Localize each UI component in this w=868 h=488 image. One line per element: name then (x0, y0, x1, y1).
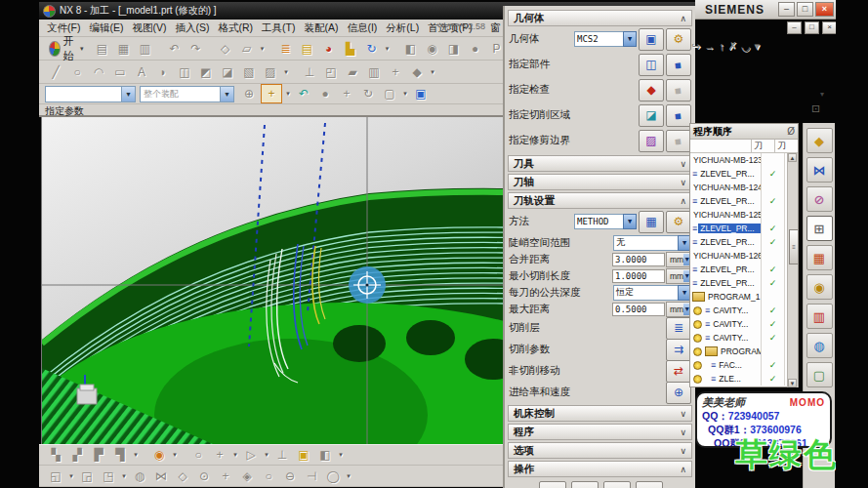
expand-icon[interactable]: ∨ (680, 427, 686, 437)
tree-row[interactable]: PROGRAM_1 (690, 290, 798, 304)
circle-icon[interactable]: ○ (67, 63, 87, 81)
dropdown-arrow-icon[interactable]: ▾ (282, 63, 290, 81)
sheet-icon[interactable]: ▤ (298, 40, 317, 58)
back-arrow-icon[interactable]: ↶ (294, 85, 313, 102)
toolbar-icon[interactable]: ○ (259, 468, 278, 485)
menu-item[interactable]: 编辑(E) (89, 21, 123, 35)
move-up-icon[interactable]: ↑ (719, 40, 724, 53)
shaded-view-icon[interactable]: ● (315, 85, 335, 102)
common-depth-combo[interactable]: 恒定 ▼ (613, 285, 691, 301)
menu-item[interactable]: 装配(A) (304, 21, 338, 35)
reorder-icon[interactable]: ↪ (691, 40, 700, 53)
replay-toolpath-button[interactable]: ↺ (571, 481, 599, 488)
open-icon[interactable]: ▦ (114, 40, 134, 58)
dropdown-arrow-icon[interactable]: ▾ (132, 446, 140, 464)
close-button[interactable]: × (815, 2, 834, 17)
mirror-curve-icon[interactable]: ◪ (218, 63, 237, 81)
arc-tool-icon[interactable]: ◡ (741, 40, 751, 53)
delete-icon[interactable]: ✗ (728, 40, 737, 53)
machining-lib-icon[interactable]: ▦ (806, 245, 833, 270)
rotate-view-icon[interactable]: ↻ (358, 85, 378, 102)
dropdown-arrow-icon[interactable]: ▾ (384, 40, 392, 58)
chevron-down-icon[interactable]: ▾ (820, 90, 824, 99)
dropdown-arrow-icon[interactable]: ▾ (284, 85, 292, 102)
reuse-library-icon[interactable]: ◉ (806, 274, 833, 300)
ring-icon[interactable]: ○ (188, 446, 208, 464)
feeds-speeds-button[interactable]: ⊕ (666, 382, 691, 404)
wcs-cube-icon[interactable]: ▣ (411, 85, 431, 102)
edit-curve-icon[interactable]: ▨ (261, 63, 280, 81)
pin-icon[interactable]: Ø (787, 126, 795, 137)
toolbar-icon[interactable]: ◳ (99, 468, 118, 485)
toolbar-icon[interactable]: ▜ (110, 446, 130, 464)
tree-row[interactable]: ≡ ZLEVEL_PR... ✓ (690, 194, 798, 208)
section-machine-control[interactable]: 机床控制 ∨ (508, 405, 692, 422)
offset-curve-icon[interactable]: ◫ (175, 63, 194, 81)
cut-parameters-button[interactable]: ⇉ (666, 339, 691, 361)
expand-icon[interactable]: ∨ (680, 446, 686, 456)
merge-distance-input[interactable]: 3.0000 (612, 253, 665, 266)
operation-navigator-icon[interactable]: ⊞ (806, 216, 833, 241)
face-icon[interactable]: ▰ (343, 63, 362, 81)
start-button[interactable]: 开始 ▾ (45, 39, 88, 59)
viewport-3d[interactable] (41, 117, 504, 444)
collapse-icon[interactable]: ∧ (680, 196, 686, 206)
toolbar-icon[interactable]: ▞ (67, 446, 87, 464)
minimize-button[interactable]: – (778, 2, 795, 17)
tree-row[interactable]: ≡ ZLEVEL_PR... ✓ (690, 263, 798, 276)
select-trim-button[interactable]: ▨ (639, 130, 664, 152)
select-check-button[interactable]: ◆ (639, 79, 664, 102)
undo-icon[interactable]: ↶ (165, 40, 185, 58)
collaboration-icon[interactable]: ⊘ (806, 186, 833, 212)
new-file-icon[interactable]: ▤ (93, 40, 112, 58)
tree-row[interactable]: ≡ ZLEVEL_PR... ✓ (690, 276, 798, 290)
text-icon[interactable]: A (132, 63, 151, 81)
selection-scope-combo[interactable]: ▼ (45, 86, 136, 102)
column-tool[interactable]: 刀 (774, 140, 798, 152)
rectangle-icon[interactable]: ▭ (110, 63, 130, 81)
generate-toolpath-button[interactable]: ↯ (539, 481, 566, 488)
web-browser-icon[interactable]: ◍ (806, 333, 833, 358)
tree-scrollbar[interactable]: ▲ ≡ ▼ (787, 153, 798, 387)
toolbar-icon[interactable]: + (216, 468, 235, 485)
dropdown-arrow-icon[interactable]: ▾ (231, 446, 239, 464)
confirm-toolpath-button[interactable]: ✓ (603, 481, 631, 488)
assembly-icon[interactable]: ≣ (276, 40, 296, 58)
move-right-icon[interactable]: → (704, 40, 715, 53)
menu-item[interactable]: 插入(S) (175, 21, 209, 35)
toolbar-icon[interactable]: ▛ (89, 446, 108, 464)
scroll-up-icon[interactable]: ▲ (788, 153, 797, 162)
edit-method-button[interactable]: ⚙ (666, 211, 691, 233)
dropdown-arrow-icon[interactable]: ▾ (337, 446, 345, 464)
tree-row[interactable]: YICHUAN-MB-125 (690, 208, 798, 222)
spline-icon[interactable]: ◗ (153, 63, 173, 81)
arc-icon[interactable]: ◠ (89, 63, 108, 81)
tree-row[interactable]: ≡ ZLEVEL_PR... ✓ (690, 167, 798, 181)
templates-icon[interactable]: ▥ (806, 304, 833, 329)
project-curve-icon[interactable]: ◩ (196, 63, 216, 81)
tree-row[interactable]: PROGRAM_2 (690, 345, 798, 358)
tree-row[interactable]: ≡ CAVITY... ✓ (690, 304, 798, 317)
toolbar-icon[interactable]: ◈ (237, 468, 257, 485)
marquee-select-icon[interactable]: ▢ (380, 85, 399, 102)
section-options[interactable]: 选项 ∨ (508, 442, 692, 459)
toolbar-icon[interactable]: ◇ (173, 468, 192, 485)
geometry-combo[interactable]: MCS2 ▼ (574, 31, 637, 47)
collapse-icon[interactable]: ∧ (680, 465, 686, 474)
menu-item[interactable]: 视图(V) (132, 21, 166, 35)
chart-icon[interactable]: ▙ (341, 40, 360, 58)
non-cutting-moves-button[interactable]: ⇄ (666, 360, 691, 383)
dropdown-arrow-icon[interactable]: ▾ (755, 40, 761, 53)
inner-minimize-button[interactable]: – (787, 21, 802, 34)
toolbar-icon[interactable]: ◱ (46, 468, 65, 485)
orient-view-icon[interactable]: + (337, 85, 356, 102)
surface-icon[interactable]: ◆ (407, 63, 427, 81)
assembly-scope-combo[interactable]: 整个装配 ▼ (140, 86, 234, 102)
section-path-settings[interactable]: 刀轨设置 ∧ (508, 192, 692, 209)
menu-item[interactable]: 分析(L) (386, 21, 419, 35)
datum-csys-icon[interactable]: ⊥ (300, 63, 319, 81)
line-icon[interactable]: ╱ (46, 63, 65, 81)
scrollbar-thumb[interactable]: ≡ (789, 229, 798, 264)
dropdown-arrow-icon[interactable]: ▾ (120, 468, 128, 485)
select-cut-area-button[interactable]: ◪ (639, 104, 664, 127)
